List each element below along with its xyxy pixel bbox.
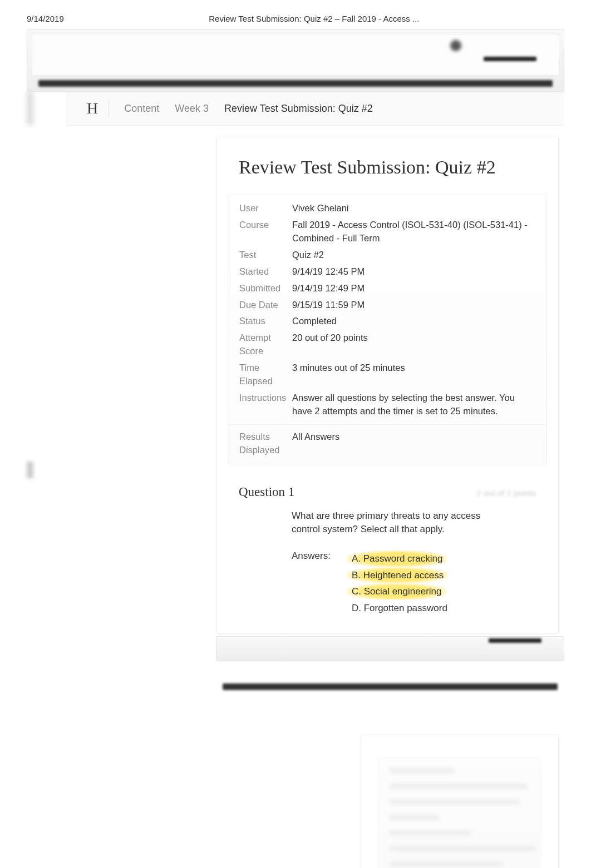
value-submitted: 9/14/19 12:49 PM (292, 282, 535, 295)
label-course: Course (239, 219, 292, 245)
submission-info-table: User Vivek Ghelani Course Fall 2019 - Ac… (228, 195, 547, 464)
blurred-panel (361, 735, 559, 868)
breadcrumb-week[interactable]: Week 3 (175, 103, 209, 115)
review-panel: Review Test Submission: Quiz #2 User Viv… (216, 137, 559, 633)
label-score: Attempt Score (239, 331, 292, 358)
question-points: 2 out of 2 points (476, 488, 536, 498)
label-submitted: Submitted (239, 282, 292, 295)
value-instructions: Answer all questions by selecting the be… (292, 391, 535, 418)
redacted-text (484, 57, 536, 61)
left-nav-spacer (71, 137, 205, 868)
value-test: Quiz #2 (292, 249, 535, 262)
left-nav-spacer-2 (216, 696, 349, 868)
value-started: 9/14/19 12:45 PM (292, 265, 535, 279)
nav-divider-2 (223, 683, 558, 690)
breadcrumb-content[interactable]: Content (124, 103, 159, 115)
header-title: Review Test Submission: Quiz #2 – Fall 2… (209, 14, 419, 23)
answer-a: A. Password cracking (347, 550, 447, 567)
label-test: Test (239, 249, 292, 262)
panel-title: Review Test Submission: Quiz #2 (216, 137, 558, 195)
page-header: 9/14/2019 Review Test Submission: Quiz #… (0, 0, 591, 29)
answer-c: C. Social engineering (347, 583, 446, 600)
answers-list: A. Password cracking B. Heightened acces… (347, 550, 452, 616)
bottom-banner (216, 636, 564, 661)
label-status: Status (239, 315, 292, 328)
label-results: Results Displayed (239, 430, 292, 457)
label-due: Due Date (239, 299, 292, 312)
question-text: What are three primary threats to any ac… (239, 509, 506, 550)
value-due: 9/15/19 11:59 PM (292, 299, 535, 312)
breadcrumb-home[interactable]: H (77, 100, 109, 117)
value-elapsed: 3 minutes out of 25 minutes (292, 361, 535, 388)
label-elapsed: Time Elapsed (239, 361, 292, 388)
value-status: Completed (292, 315, 535, 328)
label-user: User (239, 202, 292, 215)
question-1: Question 1 2 out of 2 points What are th… (216, 478, 558, 633)
top-banner (27, 29, 564, 92)
breadcrumb-current: Review Test Submission: Quiz #2 (224, 103, 373, 115)
label-started: Started (239, 265, 292, 279)
header-date: 9/14/2019 (27, 14, 64, 23)
value-course: Fall 2019 - Access Control (ISOL-531-40)… (292, 219, 535, 245)
nav-divider (38, 80, 553, 87)
avatar-icon (450, 40, 461, 51)
value-user: Vivek Ghelani (292, 202, 535, 215)
answer-d: D. Forgotten password (347, 600, 452, 617)
value-results: All Answers (292, 430, 535, 457)
label-instructions: Instructions (239, 391, 292, 418)
answers-label: Answers: (292, 550, 331, 616)
question-title: Question 1 (239, 485, 294, 499)
breadcrumb: H Content Week 3 Review Test Submission:… (66, 92, 564, 126)
value-score: 20 out of 20 points (292, 331, 535, 358)
answer-b: B. Heightened access (347, 567, 448, 584)
redacted-text-bottom (489, 638, 541, 643)
left-sidebar (27, 92, 71, 868)
